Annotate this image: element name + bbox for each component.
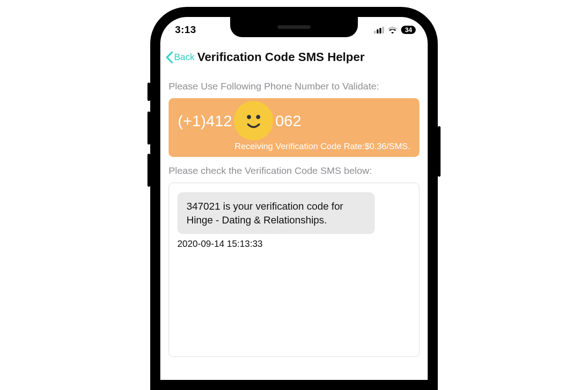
sms-list[interactable]: 347021 is your verification code for Hin… (169, 183, 419, 357)
page-title: Verification Code SMS Helper (197, 50, 364, 64)
power-button (438, 126, 441, 177)
notch (230, 17, 358, 37)
wifi-icon (388, 26, 397, 33)
nav-bar: Back Verification Code SMS Helper (160, 43, 428, 72)
svg-point-1 (256, 115, 260, 119)
signal-icon (374, 27, 384, 33)
phone-screen: 3:13 34 (160, 17, 428, 380)
phone-number-suffix: 062 (275, 112, 301, 130)
check-sms-label: Please check the Verification Code SMS b… (169, 165, 419, 176)
speaker (277, 25, 311, 29)
sms-message-bubble[interactable]: 347021 is your verification code for Hin… (177, 192, 375, 234)
phone-number: (+1)412 062 (178, 108, 410, 133)
phone-mockup: 3:13 34 (150, 7, 438, 390)
svg-point-0 (247, 115, 251, 119)
phone-number-card[interactable]: (+1)412 062 Receiving Verification Code … (169, 98, 419, 157)
sms-rate: Receiving Verification Code Rate:$0.36/S… (178, 141, 410, 151)
use-number-label: Please Use Following Phone Number to Val… (169, 81, 419, 92)
status-time: 3:13 (175, 24, 196, 36)
phone-frame: 3:13 34 (150, 7, 438, 390)
redaction-smiley-icon (234, 101, 273, 140)
main-content: Please Use Following Phone Number to Val… (160, 81, 428, 357)
chevron-left-icon (165, 51, 174, 64)
battery-pill: 34 (401, 26, 416, 34)
back-label: Back (174, 52, 194, 62)
sms-timestamp: 2020-09-14 15:13:33 (177, 239, 411, 249)
status-indicators: 34 (374, 26, 416, 34)
phone-number-prefix: (+1)412 (178, 112, 232, 130)
back-button[interactable]: Back (165, 51, 194, 64)
